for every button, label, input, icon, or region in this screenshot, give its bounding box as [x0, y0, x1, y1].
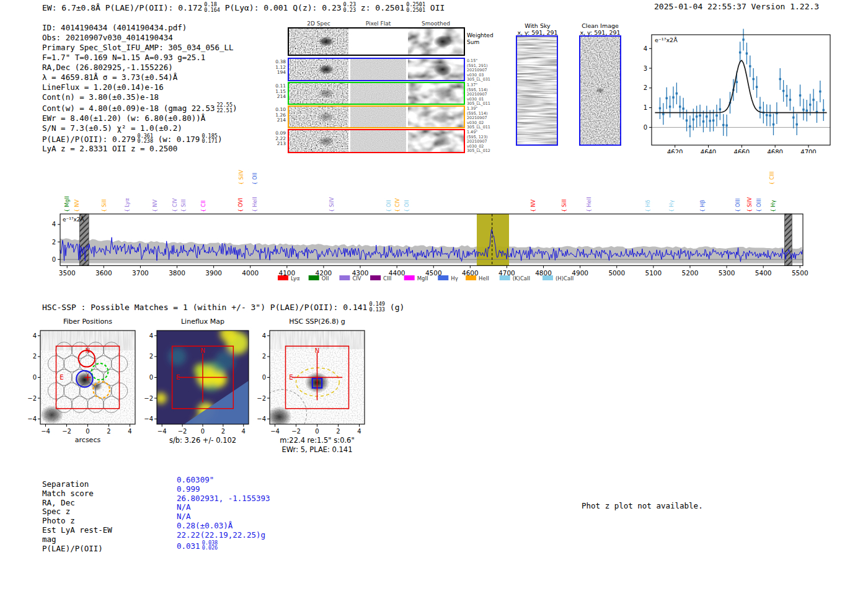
compass-north: N	[200, 347, 205, 354]
legend-swatch-Lyα	[278, 275, 288, 280]
legend-swatch-HeII	[466, 275, 476, 280]
svg-text:5300: 5300	[719, 269, 735, 277]
svg-text:5000: 5000	[608, 269, 625, 277]
svg-text:4: 4	[149, 332, 153, 339]
line-label-OII: { OII	[404, 200, 410, 212]
legend-swatch-OII	[309, 275, 319, 280]
svg-text:4: 4	[33, 332, 37, 339]
svg-text:5400: 5400	[755, 269, 772, 277]
svg-text:0: 0	[149, 374, 153, 381]
line-label-NV: { NV	[530, 200, 536, 212]
match-label: RA, Dec	[42, 499, 112, 508]
line-label-MgII: { MgII	[64, 196, 70, 212]
fit-plot-content: 4620464046604680470001234e⁻¹⁷x2Å	[644, 29, 830, 153]
line-label-SiIV: { SiIV	[238, 170, 244, 185]
svg-text:0: 0	[52, 256, 56, 263]
legend-label-(H)CaII: (H)CaII	[556, 275, 574, 282]
svg-text:−2: −2	[178, 428, 187, 435]
svg-text:−4: −4	[41, 428, 50, 435]
line-label-Hγ: { Hγ	[770, 200, 776, 212]
svg-text:4: 4	[262, 332, 266, 339]
svg-text:3: 3	[644, 65, 647, 72]
spec2d-row-2-left-labels: 0.111.15214	[270, 84, 286, 100]
compass-north: N	[86, 347, 90, 354]
legend-label-MgII: MgII	[417, 275, 428, 282]
full-spectrum-plot: 3500360037003800390040004100420043004400…	[31, 169, 837, 288]
svg-text:−4: −4	[270, 428, 280, 435]
svg-text:4: 4	[644, 45, 647, 52]
line-label-NV: { NV	[152, 200, 158, 212]
svg-text:−2: −2	[27, 395, 37, 402]
line-label-HeII: { HeII	[252, 197, 258, 212]
match-value: N/A	[177, 503, 270, 512]
svg-text:2: 2	[33, 353, 37, 360]
svg-text:−2: −2	[291, 428, 301, 435]
line-label-CIII: { CIII	[769, 171, 775, 185]
svg-text:−2: −2	[62, 428, 71, 435]
summary-header: EW: 6.7±0.8Å P(LAE)/P(OII): 0.1720.180.1…	[42, 2, 445, 12]
svg-text:4680: 4680	[767, 149, 782, 153]
info-line-11: P(LAE)/P(OII): 0.2790.3610.238 (w: 0.179…	[42, 133, 237, 144]
info-line-5: λ = 4659.81Å σ = 3.73(±0.54)Å	[42, 73, 237, 82]
svg-text:4: 4	[128, 428, 131, 435]
match-label: Est LyA rest-EW	[42, 526, 112, 535]
legend-label-HeII: HeII	[479, 275, 489, 282]
svg-text:2: 2	[336, 428, 340, 435]
line-label-OII: { OII	[252, 172, 258, 185]
svg-text:2: 2	[52, 239, 56, 246]
info-line-3: F=1.7" T=0.169 N=1.15 A=0.93 g=25.1	[42, 53, 237, 63]
withsky-image	[516, 35, 558, 146]
spec2d-row-2	[288, 82, 465, 105]
legend-label-OII: OII	[322, 275, 329, 282]
info-line-9: EWr = 8.40(±1.20) (w: 6.80(±0.80))Å	[42, 113, 237, 123]
svg-text:2: 2	[262, 353, 266, 360]
match-value: 0.28(±0.03)Å	[177, 522, 270, 531]
match-label: Match score	[42, 489, 112, 499]
compass-east: E	[176, 374, 180, 381]
spec2d-row-4-left-labels: 0.092.22213	[270, 131, 286, 147]
line-label-SiII: { SiII	[101, 199, 107, 212]
spec2d-row-4	[288, 129, 465, 153]
svg-text:3800: 3800	[169, 269, 185, 277]
match-value: 0.0310.0380.026	[177, 540, 270, 551]
match-table-labels: SeparationMatch scoreRA, DecSpec zPhoto …	[42, 480, 112, 553]
match-label: Spec z	[42, 507, 112, 517]
info-line-2: Primary Spec_Slot_IFU_AMP: 305_034_056_L…	[42, 43, 237, 53]
svg-text:2: 2	[149, 353, 153, 360]
line-label-CIV: { CIV	[172, 198, 178, 212]
col-title-2dspec: 2D Spec	[289, 20, 348, 27]
svg-text:3600: 3600	[95, 269, 112, 277]
svg-text:2: 2	[644, 84, 647, 91]
legend-label-Lyα: Lyα	[291, 275, 300, 282]
svg-text:4700: 4700	[800, 149, 816, 153]
line-label-OVI: { OVI	[237, 198, 244, 212]
hsc-xlabel2: EWr: 5, PLAE: 0.141	[282, 445, 353, 454]
compass-east: E	[60, 374, 63, 381]
line-label-NV: { NV	[74, 200, 80, 212]
svg-text:−4: −4	[144, 415, 153, 422]
svg-text:−2: −2	[257, 395, 266, 402]
svg-text:4620: 4620	[667, 149, 683, 153]
info-line-12: LyA z = 2.8331 OII z = 0.2500	[42, 144, 237, 154]
spec2d-row-3	[288, 105, 465, 128]
svg-text:1: 1	[644, 104, 647, 111]
line-label-Lyα: { Lyα	[124, 198, 130, 212]
col-title-pixelflat: Pixel Flat	[350, 20, 406, 27]
svg-text:4: 4	[52, 221, 56, 228]
svg-text:0: 0	[33, 374, 37, 381]
lineflux-map-plot: −4−4−2−2002244Lineflux MapNEs/b: 3.26 +/…	[140, 315, 262, 455]
svg-text:3700: 3700	[132, 269, 149, 277]
col-title-smoothed: Smoothed	[408, 20, 464, 27]
spec2d-row-0	[288, 27, 465, 56]
match-value: 22.22(22.19,22.25)g	[177, 531, 270, 540]
spec2d-row-0-annotation: WeightedSum	[467, 32, 507, 45]
line-label-CII: { CII	[200, 200, 206, 212]
line-label-SiII: { SiII	[180, 199, 187, 212]
match-value: 26.802931, -1.155393	[177, 494, 270, 504]
line-label-SiII: { SiII	[561, 199, 567, 212]
gaussian-fit-curve	[655, 60, 826, 112]
svg-text:2: 2	[107, 428, 110, 435]
svg-text:0: 0	[86, 428, 89, 435]
spec2d-row-1-annotation: 0.15"(591, 291)20210907v030_03305_LL_031	[467, 59, 507, 82]
svg-text:4: 4	[357, 428, 361, 435]
